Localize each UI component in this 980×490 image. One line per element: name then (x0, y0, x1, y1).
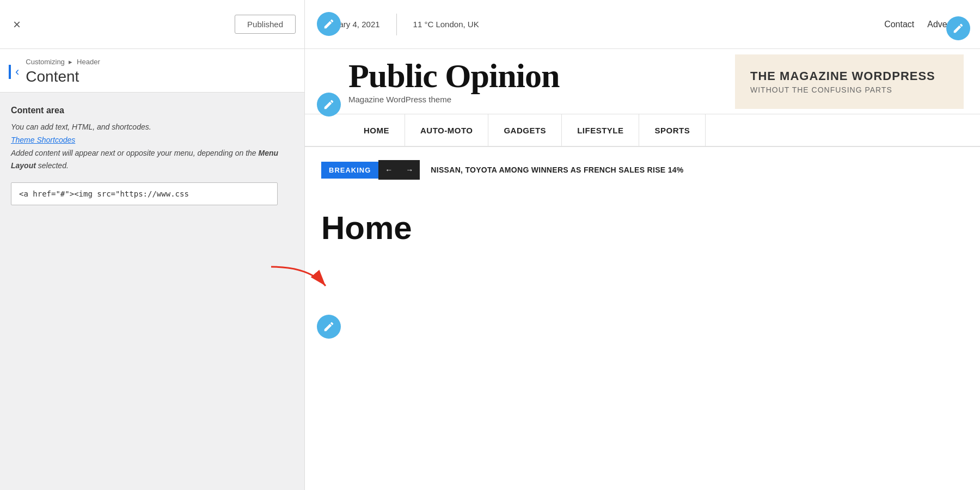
content-area-label: Content area (11, 106, 293, 115)
nav-item-gadgets[interactable]: GADGETS (488, 114, 562, 146)
ad-subtitle: WITHOUT THE CONFUSING PARTS (750, 85, 948, 94)
ad-title: THE MAGAZINE WORDPRESS (750, 69, 948, 83)
customizer-panel: × Published ‹ Customizing ▸ Header Conte… (0, 0, 305, 490)
nav-item-sports[interactable]: SPORTS (639, 114, 706, 146)
back-button[interactable]: ‹ (9, 65, 19, 79)
close-button[interactable]: × (9, 14, 25, 35)
content-area-desc2: Added content will appear next or opposi… (11, 147, 293, 171)
code-input[interactable] (11, 182, 278, 205)
breaking-label: BREAKING (321, 162, 378, 179)
breaking-bar: BREAKING ← → NISSAN, TOYOTA AMONG WINNER… (305, 152, 980, 187)
breadcrumb-separator: ▸ (69, 58, 72, 66)
edit-topbar-icon[interactable] (317, 12, 341, 36)
breaking-nav: ← → (378, 160, 420, 180)
topbar-separator (396, 14, 397, 35)
edit-nav-icon[interactable] (317, 315, 341, 339)
breaking-next-button[interactable]: → (399, 160, 420, 180)
panel-content: Content area You can add text, HTML, and… (0, 93, 304, 490)
theme-shortcodes-link[interactable]: Theme Shortcodes (11, 136, 75, 144)
site-header: Public Opinion Magazine WordPress theme … (305, 49, 980, 114)
home-title: Home (321, 209, 964, 247)
nav-item-automoto[interactable]: AUTO-MOTO (405, 114, 488, 146)
contact-link[interactable]: Contact (884, 20, 914, 29)
home-section: Home (305, 187, 980, 252)
breadcrumb-header: ‹ Customizing ▸ Header Content (0, 49, 304, 93)
edit-header-icon[interactable] (317, 93, 341, 117)
nav-item-lifestyle[interactable]: LIFESTYLE (562, 114, 639, 146)
breaking-text: NISSAN, TOYOTA AMONG WINNERS AS FRENCH S… (431, 166, 683, 174)
edit-topbar-right-icon[interactable] (946, 16, 970, 40)
section-title: Content (26, 68, 100, 85)
website-preview: January 4, 2021 11 °C London, UK Contact… (305, 0, 980, 490)
site-weather: 11 °C London, UK (413, 20, 479, 29)
desc2-text: Added content will appear next or opposi… (11, 149, 256, 157)
content-area-desc1: You can add text, HTML, and shortcodes. (11, 121, 293, 133)
site-topbar: January 4, 2021 11 °C London, UK Contact… (305, 0, 980, 49)
site-tagline: Magazine WordPress theme (348, 95, 559, 104)
breadcrumb: Customizing ▸ Header (26, 58, 100, 66)
site-title: Public Opinion (348, 59, 559, 93)
breaking-prev-button[interactable]: ← (378, 160, 399, 180)
ad-banner: THE MAGAZINE WORDPRESS WITHOUT THE CONFU… (735, 54, 964, 109)
breadcrumb-root: Customizing (26, 58, 65, 66)
breadcrumb-section: Header (77, 58, 100, 66)
published-button[interactable]: Published (235, 15, 296, 34)
breadcrumb-content: Customizing ▸ Header Content (26, 58, 100, 85)
nav-item-home[interactable]: HOME (348, 114, 405, 146)
site-nav: HOME AUTO-MOTO GADGETS LIFESTYLE SPORTS (305, 114, 980, 147)
site-logo: Public Opinion Magazine WordPress theme (321, 59, 559, 104)
customizer-topbar: × Published (0, 0, 304, 49)
desc2-end: selected. (38, 161, 69, 170)
